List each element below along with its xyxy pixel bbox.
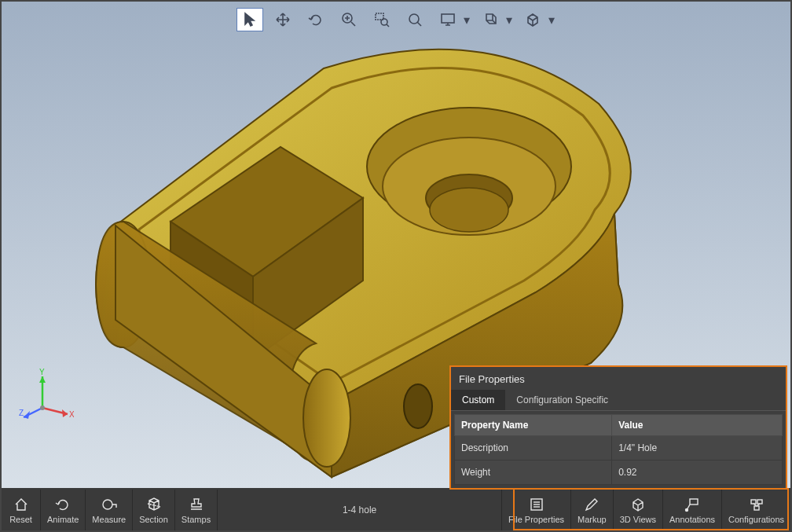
prop-name-cell: Description [455,436,612,460]
markup-button[interactable]: Markup [571,490,614,530]
rotate-icon [307,11,324,28]
svg-marker-15 [39,376,46,383]
animate-label: Animate [47,515,79,524]
file-properties-label: File Properties [508,515,564,524]
section-button[interactable]: Section [133,490,175,530]
3d-views-button[interactable]: 3D Views [614,490,663,530]
reset-button[interactable]: Reset [2,490,41,530]
tab-custom[interactable]: Custom [451,390,505,410]
projection-tool[interactable] [434,8,461,31]
projection-dropdown[interactable]: ▾ [463,8,471,31]
pan-tool[interactable] [270,8,296,31]
monitor-icon [439,11,456,28]
col-value: Value [612,415,783,436]
prop-value-cell: 1/4" Hole [612,436,783,460]
svg-point-5 [404,384,432,428]
rotate-tool[interactable] [302,8,329,31]
svg-rect-11 [442,14,454,23]
panel-tabs: Custom Configuration Specific [451,390,786,411]
stamps-label: Stamps [182,515,211,524]
cube-views-icon [629,496,647,513]
status-text: 1-4 hole [218,490,502,530]
refresh-icon [54,496,72,513]
svg-point-26 [686,509,688,512]
configurations-label: Configurations [728,515,784,524]
measure-label: Measure [92,515,126,524]
prop-name-cell: Weight [455,460,612,485]
home-icon [13,496,30,513]
svg-rect-8 [376,13,383,20]
panel-title: File Properties [451,367,786,390]
prop-value-cell: 0.92 [612,460,783,485]
markup-label: Markup [578,515,607,524]
annotations-label: Annotations [669,515,715,524]
svg-rect-27 [751,500,756,504]
list-icon [528,496,545,513]
configurations-button[interactable]: Configurations [722,490,790,530]
annotations-button[interactable]: Annotations [663,490,722,530]
tab-configuration-specific[interactable]: Configuration Specific [505,390,619,410]
3d-views-label: 3D Views [620,515,656,524]
annotation-icon [684,496,701,513]
section-label: Section [139,515,168,524]
config-icon [748,496,765,513]
bottom-toolbar: Reset Animate Measure Section Stamps 1-4… [2,490,790,530]
view-toolbar: ▾ ▾ ▾ [235,6,557,33]
orientation-tool[interactable] [477,8,504,31]
reset-label: Reset [9,515,32,524]
orientation-dropdown[interactable]: ▾ [505,8,513,31]
zoom-window-icon [373,11,390,28]
zoom-in-tool[interactable] [336,8,362,31]
stamp-icon [188,496,205,513]
svg-point-9 [381,19,387,25]
table-row: Description 1/4" Hole [455,436,783,460]
properties-table: Property Name Value Description 1/4" Hol… [454,414,783,485]
axis-y-label: Y [39,369,45,376]
zoom-fit-tool[interactable] [402,8,428,31]
animate-button[interactable]: Animate [41,490,86,530]
measure-button[interactable]: Measure [86,490,133,530]
svg-point-6 [303,369,350,467]
cursor-icon [242,12,258,28]
svg-rect-28 [757,500,762,504]
axis-z-label: Z [19,409,24,417]
col-property-name: Property Name [455,415,612,436]
svg-point-19 [103,500,112,509]
zoom-area-tool[interactable] [368,8,395,31]
table-row: Weight 0.92 [455,460,783,485]
view-cube-dropdown[interactable]: ▾ [548,8,556,31]
pan-icon [274,11,292,28]
svg-rect-29 [754,506,759,510]
file-properties-panel: File Properties Custom Configuration Spe… [449,365,787,490]
file-properties-button[interactable]: File Properties [502,490,571,530]
zoom-fit-icon [406,11,424,28]
svg-point-18 [40,405,45,410]
axis-x-label: X [69,410,74,419]
section-icon [145,496,163,513]
cube-icon [524,11,541,28]
cube-stack-icon [482,11,499,28]
zoom-in-icon [340,11,358,28]
svg-point-3 [430,188,508,232]
tape-icon [101,496,118,513]
coordinate-triad[interactable]: X Y Z [19,369,74,424]
pencil-icon [583,496,600,513]
svg-rect-25 [690,499,698,504]
view-cube-tool[interactable] [519,8,546,31]
stamps-button[interactable]: Stamps [175,490,218,530]
select-tool[interactable] [236,8,263,31]
